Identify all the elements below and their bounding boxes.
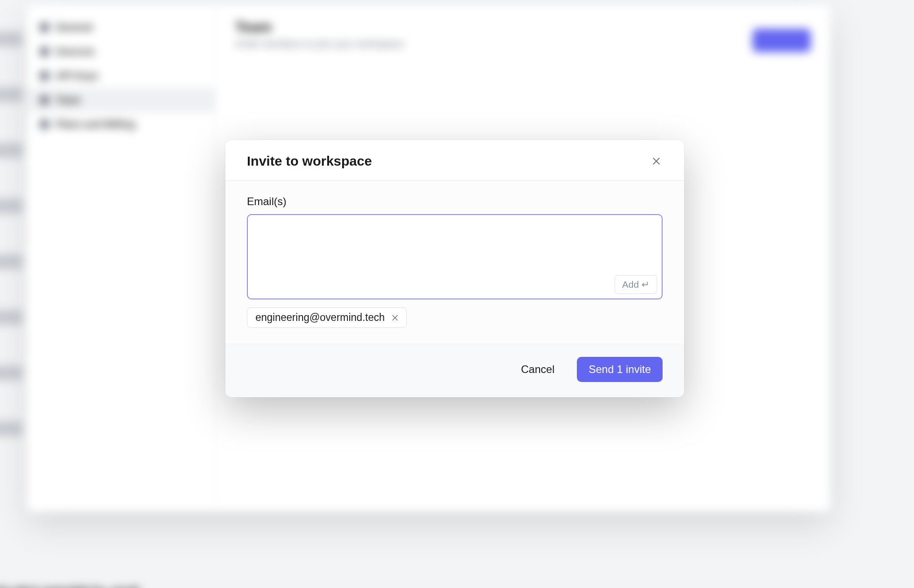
dialog-footer: Cancel Send 1 invite (225, 344, 684, 397)
invite-button[interactable] (752, 29, 811, 52)
sidebar-item-team[interactable]: Team (27, 88, 215, 112)
close-icon (651, 156, 661, 166)
sidebar-item-plans-billing[interactable]: Plans and Billing (27, 112, 215, 136)
send-invite-button[interactable]: Send 1 invite (577, 357, 663, 382)
page-title: Team (235, 19, 811, 35)
dialog-close-button[interactable] (650, 155, 663, 167)
page-footer-fragment: psycho-alert copyright by, cacak (0, 584, 140, 588)
add-email-button-label: Add ↵ (622, 279, 650, 290)
cancel-button[interactable]: Cancel (510, 357, 567, 382)
dialog-title: Invite to workspace (247, 154, 372, 169)
email-chip-remove-button[interactable] (390, 313, 400, 323)
sidebar-item-label: Sources (56, 46, 95, 57)
emails-input-wrap[interactable]: Add ↵ (247, 214, 663, 299)
key-icon (40, 71, 49, 81)
settings-sidebar: General Sources API Keys Team Plans and … (27, 4, 215, 512)
credit-card-icon (40, 119, 49, 129)
email-chips-row: engineering@overmind.tech (247, 307, 663, 328)
sidebar-item-label: API Keys (56, 70, 98, 82)
invite-dialog: Invite to workspace Email(s) Add ↵ engin… (225, 140, 684, 397)
users-icon (40, 95, 49, 105)
gear-icon (40, 22, 49, 32)
dialog-header: Invite to workspace (225, 140, 684, 181)
sidebar-item-api-keys[interactable]: API Keys (27, 64, 215, 88)
email-chip: engineering@overmind.tech (247, 307, 407, 328)
sidebar-item-label: Team (56, 94, 81, 106)
sidebar-item-general[interactable]: General (27, 15, 215, 39)
email-chip-text: engineering@overmind.tech (255, 312, 385, 324)
sidebar-item-label: General (56, 22, 92, 33)
page-subtitle: Invite members to join your workspace (235, 38, 811, 50)
sidebar-item-label: Plans and Billing (56, 118, 135, 130)
background-left-strip (0, 31, 22, 436)
cube-icon (40, 47, 49, 57)
dialog-body: Email(s) Add ↵ engineering@overmind.tech (225, 181, 684, 344)
emails-field-label: Email(s) (247, 195, 663, 208)
add-email-button[interactable]: Add ↵ (615, 275, 657, 294)
sidebar-item-sources[interactable]: Sources (27, 39, 215, 64)
emails-input[interactable] (255, 222, 655, 272)
close-icon (391, 314, 399, 322)
